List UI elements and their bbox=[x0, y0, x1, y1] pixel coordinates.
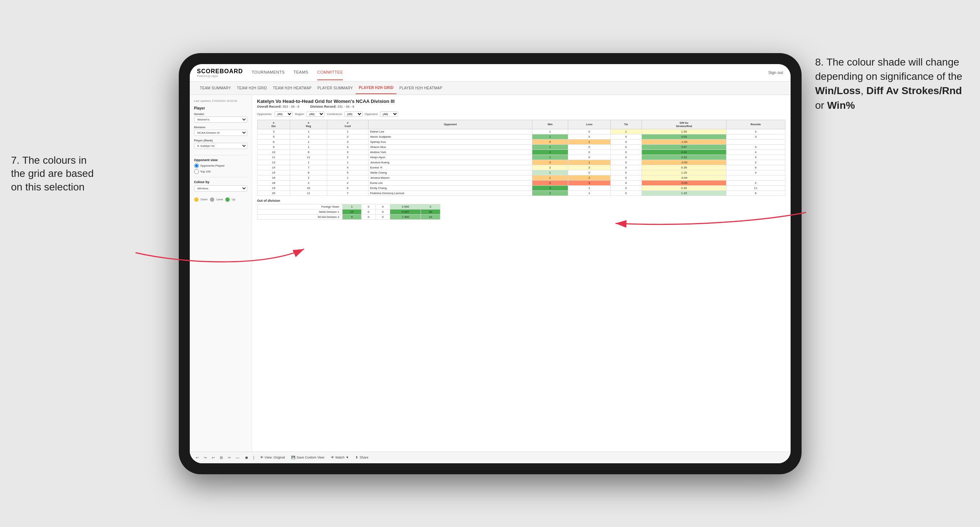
division-select[interactable]: NCAA Division III NCAA Division I NCAA D… bbox=[194, 130, 247, 136]
legend-dot-level bbox=[210, 197, 214, 202]
bottom-toolbar: ↩ ↪ ↩ ⊞ ✂ — ⏺ | 👁 View: Original 💾 Save … bbox=[190, 452, 791, 463]
toolbar-grid-icon[interactable]: ⊞ bbox=[218, 455, 224, 460]
division-record: Division Record: 331 - 34 - 6 bbox=[310, 105, 354, 108]
sidebar-timestamp: Last Updated: 27/03/2024 16:55:38 bbox=[194, 99, 247, 103]
sign-out-link[interactable]: Sign out bbox=[768, 70, 783, 75]
grid-area: Katelyn Vo Head-to-Head Grid for Women's… bbox=[252, 95, 791, 452]
tablet-frame: SCOREBOARD Powered by clippd TOURNAMENTS… bbox=[179, 53, 802, 474]
table-row: 1585 Stella Cheng 1 0 0 1.25 4 bbox=[257, 170, 785, 175]
tab-player-h2h-grid[interactable]: PLAYER H2H GRID bbox=[356, 82, 396, 94]
player-rank-label: Player (Rank) bbox=[194, 139, 247, 142]
opponent-view-title: Opponent view bbox=[194, 158, 247, 162]
table-row: 311 Esther Lee 1 0 1 1.50 4 bbox=[257, 129, 785, 134]
legend-dot-down bbox=[194, 197, 199, 202]
share-icon: ⬆ bbox=[355, 456, 358, 459]
table-row: 20117 Federica Domecq Lacroze 2 1 0 1.33… bbox=[257, 190, 785, 195]
table-row: 914 Sharon Mun 1 0 0 3.67 3 bbox=[257, 144, 785, 149]
table-row: 19106 Emily Chang 4 1 0 0.30 11 bbox=[257, 185, 785, 190]
radio-top100[interactable]: Top 100 bbox=[194, 169, 247, 174]
toolbar-dash[interactable]: — bbox=[234, 455, 241, 460]
col-opponent: Opponent bbox=[369, 120, 532, 129]
watch-icon: 👁 bbox=[331, 456, 334, 459]
legend-label-up: Up bbox=[232, 198, 235, 201]
colour-legend: Down Level Up bbox=[194, 197, 247, 202]
filter-region[interactable]: (All) bbox=[306, 111, 325, 117]
filters-row: Opponents: (All) Region (All) Conference… bbox=[257, 111, 786, 117]
data-table: #Div #Reg #Conf Opponent Win Loss Tie Di… bbox=[257, 120, 786, 196]
col-diff: Diff AvStrokes/Rnd bbox=[642, 120, 727, 129]
annotation-left-line2: the grid are based bbox=[11, 168, 94, 179]
gender-label: Gender bbox=[194, 113, 247, 116]
tab-player-h2h-heatmap[interactable]: PLAYER H2H HEATMAP bbox=[396, 83, 445, 94]
tab-team-h2h-heatmap[interactable]: TEAM H2H HEATMAP bbox=[270, 83, 315, 94]
division-label: Division bbox=[194, 125, 247, 129]
main-content: Last Updated: 27/03/2024 16:55:38 Player… bbox=[190, 95, 791, 452]
table-row: NAIA Division 1 15 0 0 9.267 30 bbox=[257, 209, 440, 214]
toolbar-share[interactable]: ⬆ Share bbox=[353, 455, 371, 460]
toolbar-scissors[interactable]: ✂ bbox=[226, 455, 232, 460]
col-tie: Tie bbox=[610, 120, 642, 129]
nav-tournaments[interactable]: TOURNAMENTS bbox=[252, 65, 285, 80]
top-nav-links: TOURNAMENTS TEAMS COMMITTEE bbox=[252, 65, 768, 80]
col-conf: #Conf bbox=[327, 120, 368, 129]
logo: SCOREBOARD Powered by clippd bbox=[197, 68, 245, 77]
tab-team-summary[interactable]: TEAM SUMMARY bbox=[197, 83, 234, 94]
table-row: 1474 Eunice Yi 2 2 0 0.38 9 bbox=[257, 165, 785, 170]
nav-committee[interactable]: COMMITTEE bbox=[317, 65, 343, 80]
gender-select[interactable]: Women's Men's bbox=[194, 116, 247, 123]
col-reg: #Reg bbox=[290, 120, 327, 129]
tab-player-summary[interactable]: PLAYER SUMMARY bbox=[315, 83, 356, 94]
player-rank-select[interactable]: 8. Katelyn Vo bbox=[194, 143, 247, 149]
sub-nav: TEAM SUMMARY TEAM H2H GRID TEAM H2H HEAT… bbox=[190, 82, 791, 95]
grid-title: Katelyn Vo Head-to-Head Grid for Women's… bbox=[257, 98, 786, 104]
table-row: 1063 Andrea York 2 0 0 4.00 4 bbox=[257, 149, 785, 154]
colour-by-select[interactable]: Win/loss Diff Av Strokes/Rnd Win% bbox=[194, 185, 247, 192]
toolbar-sep: | bbox=[252, 455, 256, 460]
top-nav: SCOREBOARD Powered by clippd TOURNAMENTS… bbox=[190, 64, 791, 82]
toolbar-redo[interactable]: ↪ bbox=[202, 455, 208, 460]
table-row: NCAA Division 2 5 0 0 7.400 10 bbox=[257, 214, 440, 219]
toolbar-undo2[interactable]: ↩ bbox=[210, 455, 216, 460]
col-rounds: Rounds bbox=[727, 120, 785, 129]
sidebar: Last Updated: 27/03/2024 16:55:38 Player… bbox=[190, 95, 252, 452]
table-row: Foreign Team 1 0 0 4.500 2 bbox=[257, 204, 440, 209]
filter-opponent[interactable]: (All) bbox=[380, 111, 398, 117]
toolbar-undo[interactable]: ↩ bbox=[194, 455, 200, 460]
table-row: 1822 Euna Lee 0 3 0 -5.00 2 bbox=[257, 180, 785, 185]
tablet-screen: SCOREBOARD Powered by clippd TOURNAMENTS… bbox=[190, 64, 791, 463]
table-row: 11112 Heejo Hyun 1 0 0 3.33 3 bbox=[257, 154, 785, 160]
toolbar-record[interactable]: ⏺ bbox=[243, 455, 250, 460]
col-loss: Loss bbox=[568, 120, 610, 129]
legend-label-down: Down bbox=[201, 198, 208, 201]
tab-team-h2h-grid[interactable]: TEAM H2H GRID bbox=[234, 83, 270, 94]
out-of-division-header: Out of division bbox=[257, 199, 786, 203]
radio-group: Opponents Played Top 100 bbox=[194, 163, 247, 174]
filter-opponents[interactable]: (All) bbox=[274, 111, 293, 117]
table-row: 522 Alexis Sudjianto 1 0 0 4.00 3 bbox=[257, 134, 785, 139]
sidebar-player-title: Player bbox=[194, 106, 247, 110]
annotation-right: 8. The colour shade will change dependin… bbox=[815, 55, 969, 113]
overall-record: Overall Record: 353 - 34 - 6 bbox=[257, 105, 300, 108]
toolbar-watch[interactable]: 👁 Watch ▼ bbox=[329, 455, 351, 460]
col-div: #Div bbox=[257, 120, 290, 129]
out-of-division-table: Foreign Team 1 0 0 4.500 2 NAIA Division… bbox=[257, 204, 441, 220]
radio-opponents-played[interactable]: Opponents Played bbox=[194, 163, 247, 168]
colour-by-title: Colour by bbox=[194, 180, 247, 184]
top-nav-right: Sign out bbox=[768, 70, 783, 75]
view-icon: 👁 bbox=[260, 456, 263, 459]
save-icon: 💾 bbox=[291, 456, 295, 459]
annotation-left: 7. The colours in the grid are based on … bbox=[11, 154, 94, 194]
annotation-left-line3: on this selection bbox=[11, 181, 84, 193]
annotation-left-line1: 7. The colours in bbox=[11, 154, 87, 166]
table-row: 613 Sydney Kuo 0 1 0 -1.00 bbox=[257, 139, 785, 144]
toolbar-save-custom[interactable]: 💾 Save Custom View bbox=[289, 455, 326, 460]
nav-teams[interactable]: TEAMS bbox=[293, 65, 308, 80]
table-row: 1621 Jessica Mason 1 2 0 -0.94 bbox=[257, 175, 785, 180]
legend-label-level: Level bbox=[216, 198, 223, 201]
grid-records: Overall Record: 353 - 34 - 6 Division Re… bbox=[257, 105, 786, 108]
col-win: Win bbox=[532, 120, 568, 129]
legend-dot-up bbox=[225, 197, 230, 202]
table-row: 1311 Jessica Huang 0 1 0 -3.00 2 bbox=[257, 160, 785, 165]
toolbar-view-original[interactable]: 👁 View: Original bbox=[258, 455, 287, 460]
filter-conference[interactable]: (All) bbox=[344, 111, 363, 117]
